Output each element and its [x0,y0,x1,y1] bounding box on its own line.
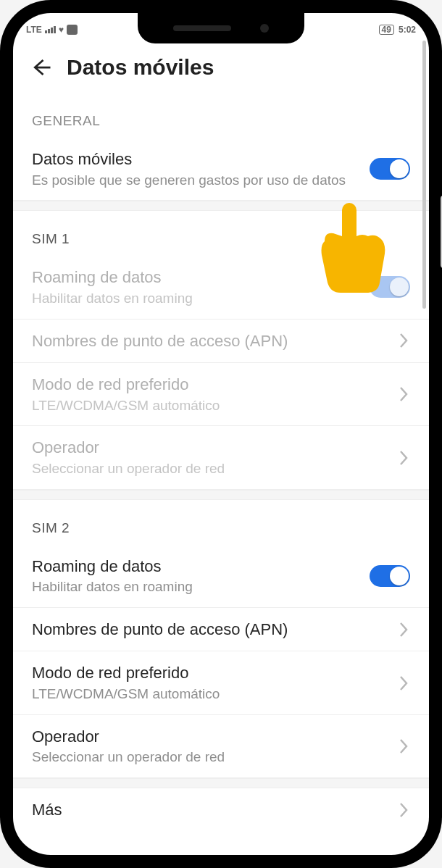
chevron-right-icon [397,675,410,691]
row-subtitle: LTE/WCDMA/GSM automático [32,398,387,414]
clock-text: 5:02 [399,25,416,35]
scrollbar[interactable] [422,41,426,309]
chevron-right-icon [397,622,410,638]
row-subtitle: Es posible que se generen gastos por uso… [32,172,359,189]
row-sim1-operator[interactable]: Operador Seleccionar un operador de red [13,426,429,489]
row-sim2-apn[interactable]: Nombres de punto de acceso (APN) [13,608,429,652]
row-subtitle: LTE/WCDMA/GSM automático [32,686,387,703]
chevron-right-icon [397,386,410,402]
signal-bars-icon [45,26,56,33]
row-sim1-roaming[interactable]: Roaming de datos Habilitar datos en roam… [13,256,429,319]
row-sim1-apn[interactable]: Nombres de punto de acceso (APN) [13,320,429,364]
section-header-sim2: SIM 2 [13,500,429,545]
row-title: Modo de red preferido [32,663,387,683]
row-sim2-operator[interactable]: Operador Seleccionar un operador de red [13,715,429,778]
section-divider [13,778,429,788]
chevron-right-icon [397,333,410,349]
notch [138,13,304,43]
row-subtitle: Seleccionar un operador de red [32,461,387,477]
section-divider [13,201,429,211]
section-header-sim1: SIM 1 [13,211,429,256]
arrow-left-icon [30,57,52,78]
row-sim2-netmode[interactable]: Modo de red preferido LTE/WCDMA/GSM auto… [13,651,429,714]
row-title: Más [32,800,387,820]
chevron-right-icon [397,738,410,754]
page-title: Datos móviles [67,55,214,80]
toggle-sim2-roaming[interactable] [370,565,410,587]
row-title: Modo de red preferido [32,375,387,395]
section-divider [13,490,429,500]
row-title: Nombres de punto de acceso (APN) [32,331,387,351]
row-title: Nombres de punto de acceso (APN) [32,619,387,640]
row-subtitle: Habilitar datos en roaming [32,579,359,596]
status-right: 49 5:02 [379,25,416,35]
row-sim1-netmode[interactable]: Modo de red preferido LTE/WCDMA/GSM auto… [13,363,429,426]
row-title: Roaming de datos [32,556,359,577]
row-title: Datos móviles [32,149,359,170]
status-left: LTE B [26,25,78,35]
chevron-right-icon [397,450,410,466]
row-title: Operador [32,727,387,747]
battery-icon: 49 [379,25,394,35]
chevron-right-icon [397,802,410,818]
section-header-general: GENERAL [13,93,429,138]
b-badge-icon: B [67,25,78,35]
row-subtitle: Seleccionar un operador de red [32,749,387,766]
row-mobile-data[interactable]: Datos móviles Es posible que se generen … [13,138,429,201]
front-camera [260,24,269,33]
back-button[interactable] [29,55,54,80]
row-title: Roaming de datos [32,267,359,288]
lte-indicator: LTE [26,25,42,35]
row-subtitle: Habilitar datos en roaming [32,291,359,307]
content: GENERAL Datos móviles Es posible que se … [13,93,429,855]
speaker-slot [173,25,231,31]
row-sim2-roaming[interactable]: Roaming de datos Habilitar datos en roam… [13,545,429,608]
row-title: Operador [32,438,387,458]
row-more[interactable]: Más [13,788,429,832]
screen: LTE B 49 5:02 Datos móviles GENERAL [13,13,429,855]
heart-icon [59,25,64,35]
toggle-mobile-data[interactable] [370,158,410,180]
toggle-sim1-roaming[interactable] [370,276,410,298]
device-frame: LTE B 49 5:02 Datos móviles GENERAL [0,0,442,868]
